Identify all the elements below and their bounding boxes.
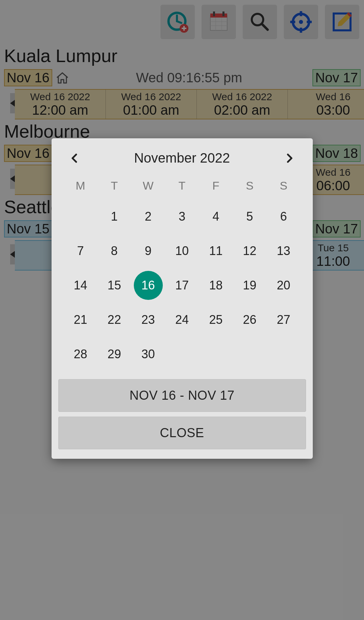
calendar-day[interactable]: 3 [165, 206, 199, 227]
calendar-day[interactable]: 15 [97, 275, 131, 295]
calendar-day[interactable]: 4 [199, 206, 233, 227]
calendar-day[interactable]: 14 [64, 275, 97, 295]
calendar-day[interactable]: 20 [267, 275, 300, 295]
date-range-button[interactable]: NOV 16 - NOV 17 [58, 379, 306, 412]
calendar-day[interactable]: 25 [199, 310, 233, 330]
calendar-day[interactable]: 1 [97, 206, 131, 227]
calendar-day[interactable]: 18 [199, 275, 233, 295]
calendar-day[interactable]: 10 [165, 241, 199, 261]
prev-month-button[interactable] [67, 151, 82, 166]
date-picker-dialog: November 2022 MTWTFSS.123456789101112131… [52, 138, 313, 459]
calendar-day[interactable]: 19 [233, 275, 267, 295]
calendar-day[interactable]: 12 [233, 241, 267, 261]
calendar-grid: MTWTFSS.12345678910111213141516171819202… [55, 176, 309, 374]
calendar-day[interactable]: 9 [131, 241, 165, 261]
close-button[interactable]: CLOSE [58, 417, 306, 449]
calendar-day[interactable]: 24 [165, 310, 199, 330]
dow-header: T [165, 179, 199, 192]
dow-header: M [64, 179, 97, 192]
dow-header: W [131, 179, 165, 192]
calendar-day[interactable]: 22 [97, 310, 131, 330]
next-month-button[interactable] [282, 151, 297, 166]
calendar-day[interactable]: 28 [64, 344, 97, 364]
calendar-day[interactable]: 11 [199, 241, 233, 261]
calendar-day[interactable]: 23 [131, 310, 165, 330]
dow-header: S [267, 179, 300, 192]
calendar-day[interactable]: 8 [97, 241, 131, 261]
calendar-day[interactable]: 21 [64, 310, 97, 330]
calendar-day[interactable]: 7 [64, 241, 97, 261]
month-title: November 2022 [134, 150, 230, 166]
dow-header: F [199, 179, 233, 192]
calendar-day[interactable]: 29 [97, 344, 131, 364]
dow-header: T [97, 179, 131, 192]
calendar-day[interactable]: 13 [267, 241, 300, 261]
calendar-day[interactable]: 17 [165, 275, 199, 295]
calendar-day[interactable]: 2 [131, 206, 165, 227]
calendar-day[interactable]: 27 [267, 310, 300, 330]
calendar-day[interactable]: 5 [233, 206, 267, 227]
modal-overlay[interactable]: November 2022 MTWTFSS.123456789101112131… [0, 0, 364, 620]
dow-header: S [233, 179, 267, 192]
calendar-day[interactable]: 6 [267, 206, 300, 227]
calendar-day[interactable]: 30 [131, 344, 165, 364]
calendar-day[interactable]: 26 [233, 310, 267, 330]
calendar-day[interactable]: 16 [134, 271, 163, 300]
